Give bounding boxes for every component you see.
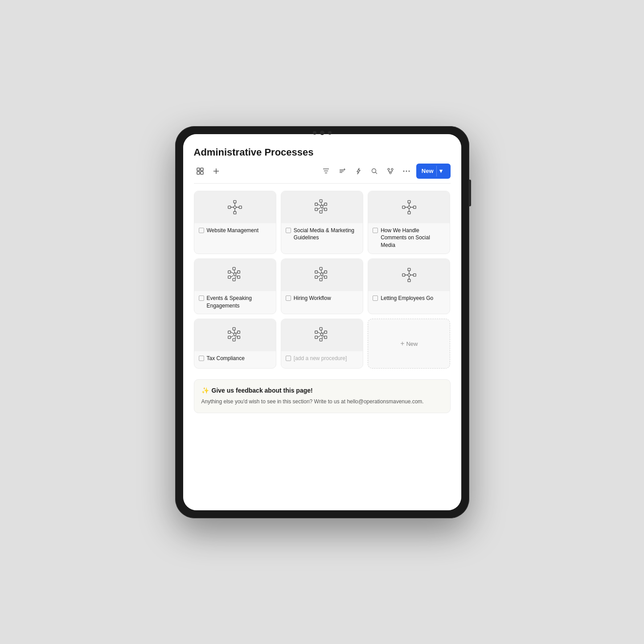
svg-rect-68	[320, 267, 323, 270]
feedback-email-link[interactable]: hello@operationsmavenue.com	[347, 398, 422, 405]
bolt-icon[interactable]	[352, 165, 365, 177]
svg-line-102	[231, 336, 234, 337]
svg-line-64	[231, 272, 234, 273]
new-button[interactable]: New ▾	[416, 164, 451, 179]
card-website-management[interactable]: Website Management	[194, 191, 276, 254]
card-add-new-procedure[interactable]: [add a new procedure]	[281, 319, 363, 369]
card-checkbox	[199, 356, 204, 361]
side-button	[469, 180, 471, 206]
feedback-body: Anything else you'd wish to see in this …	[201, 398, 443, 406]
svg-rect-72	[324, 276, 327, 279]
content-area: Administrative Processes	[183, 134, 461, 510]
svg-rect-92	[228, 331, 231, 334]
svg-rect-82	[408, 279, 410, 282]
card-events-speaking[interactable]: Events & Speaking Engagements	[194, 258, 276, 315]
svg-point-85	[408, 274, 410, 276]
svg-line-13	[375, 172, 377, 174]
card-tax-compliance[interactable]: Tax Compliance	[194, 319, 276, 369]
process-icon	[401, 267, 418, 283]
svg-rect-55	[233, 267, 235, 270]
card-checkbox	[373, 228, 378, 233]
card-label: Social Media & Marketing Guidelines	[294, 227, 358, 242]
card-hiring-workflow[interactable]: Hiring Workflow	[281, 258, 363, 315]
page-title: Administrative Processes	[194, 147, 451, 158]
svg-rect-56	[238, 271, 240, 273]
svg-rect-34	[324, 203, 327, 205]
svg-rect-106	[320, 339, 323, 341]
svg-point-109	[321, 333, 324, 336]
card-letting-employees[interactable]: Letting Employees Go	[368, 258, 450, 315]
card-label-area: [add a new procedure]	[281, 351, 363, 367]
svg-rect-36	[320, 210, 323, 213]
svg-line-43	[322, 207, 323, 210]
card-icon-area	[281, 191, 363, 223]
tablet-frame: Administrative Processes	[175, 126, 469, 518]
card-label: Hiring Workflow	[294, 295, 331, 302]
add-new-label: New	[406, 340, 418, 347]
card-label-area: Website Management	[194, 223, 276, 239]
process-icon	[226, 327, 243, 344]
new-button-arrow[interactable]: ▾	[436, 166, 445, 176]
card-label-area: How We Handle Comments on Social Media	[368, 223, 450, 254]
card-checkbox	[286, 295, 291, 301]
process-icon	[313, 267, 330, 283]
more-icon[interactable]	[400, 165, 413, 177]
grid-view-icon[interactable]	[194, 165, 206, 177]
svg-rect-57	[228, 271, 231, 273]
svg-line-20	[390, 172, 392, 172]
svg-line-75	[321, 270, 322, 273]
card-label: Website Management	[207, 227, 259, 234]
card-checkbox	[373, 295, 378, 301]
svg-rect-84	[413, 274, 416, 276]
svg-line-40	[321, 202, 322, 205]
svg-line-67	[231, 275, 234, 277]
card-label: Events & Speaking Engagements	[207, 295, 271, 310]
card-icon-area	[194, 259, 276, 291]
tablet-screen: Administrative Processes	[183, 134, 461, 510]
card-icon-area	[368, 191, 450, 223]
process-icon	[313, 327, 330, 344]
card-icon-area	[281, 259, 363, 291]
camera-dot-right	[328, 131, 332, 135]
svg-rect-105	[315, 331, 318, 334]
svg-point-15	[391, 168, 393, 170]
sort-icon[interactable]	[336, 165, 349, 177]
svg-point-14	[388, 168, 390, 170]
svg-line-110	[321, 330, 322, 333]
card-checkbox	[286, 228, 291, 233]
search-icon[interactable]	[368, 165, 381, 177]
feedback-section: ✨ Give us feedback about this page! Anyt…	[194, 379, 451, 413]
card-icon-area	[194, 319, 276, 351]
svg-rect-73	[315, 276, 318, 279]
branch-icon[interactable]	[384, 165, 397, 177]
svg-rect-33	[320, 199, 323, 202]
card-checkbox	[286, 356, 291, 361]
svg-line-18	[389, 172, 390, 172]
card-social-media-marketing[interactable]: Social Media & Marketing Guidelines	[281, 191, 363, 254]
svg-rect-71	[320, 278, 323, 281]
svg-line-45	[318, 207, 321, 209]
svg-line-62	[234, 270, 235, 273]
add-new-card[interactable]: + New	[368, 319, 450, 369]
svg-rect-70	[315, 271, 318, 273]
svg-rect-24	[234, 200, 236, 203]
card-label: [add a new procedure]	[294, 355, 347, 362]
svg-rect-49	[413, 206, 416, 209]
svg-line-97	[234, 330, 235, 333]
card-how-we-handle-comments[interactable]: How We Handle Comments on Social Media	[368, 191, 450, 254]
add-new-plus-icon: +	[400, 340, 404, 348]
svg-line-77	[318, 272, 321, 273]
svg-line-80	[318, 275, 321, 277]
cards-grid: Website Management	[194, 191, 451, 369]
svg-point-23	[408, 170, 410, 172]
svg-point-21	[403, 170, 404, 172]
add-view-icon[interactable]	[210, 165, 222, 177]
svg-rect-60	[228, 276, 231, 279]
svg-line-78	[322, 275, 323, 279]
filter-icon[interactable]	[320, 165, 332, 177]
svg-rect-59	[238, 276, 240, 279]
svg-rect-0	[197, 168, 200, 171]
feedback-title: ✨ Give us feedback about this page!	[201, 387, 443, 394]
card-icon-area	[368, 259, 450, 291]
card-checkbox	[199, 228, 204, 233]
